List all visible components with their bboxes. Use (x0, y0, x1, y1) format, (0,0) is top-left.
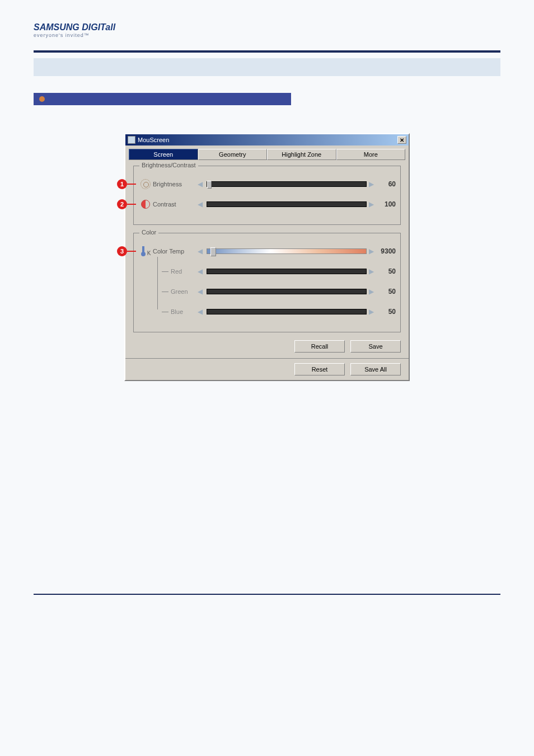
save-all-button[interactable]: Save All (350, 363, 401, 375)
red-slider[interactable] (207, 269, 367, 274)
titlebar: MouScreen ✕ (125, 134, 409, 145)
tab-bar: Screen Geometry Highlight Zone More (125, 149, 409, 160)
brightness-label: Brightness (153, 181, 198, 187)
green-row: Green ◀ ▶ 50 (138, 284, 396, 299)
recall-button[interactable]: Recall (294, 340, 345, 353)
logo-brand: SAMSUNG DIGITall (34, 22, 115, 32)
brightness-slider[interactable] (207, 181, 367, 187)
color-temp-slider[interactable] (207, 248, 367, 254)
red-value: 50 (376, 267, 396, 275)
kelvin-icon: K (147, 250, 151, 256)
tree-branch-blue (162, 312, 168, 312)
color-temp-decrease[interactable]: ◀ (198, 247, 204, 255)
brightness-decrease[interactable]: ◀ (198, 180, 204, 188)
brightness-contrast-group: Brightness/Contrast 1 Brightness ◀ ▶ 60 … (133, 166, 401, 225)
blue-decrease[interactable]: ◀ (198, 308, 204, 316)
contrast-increase[interactable]: ▶ (369, 200, 376, 208)
red-row: Red ◀ ▶ 50 (138, 264, 396, 279)
color-temp-increase[interactable]: ▶ (369, 247, 376, 255)
tab-button-row: Recall Save (133, 340, 401, 353)
group-label-color: Color (139, 229, 158, 236)
green-increase[interactable]: ▶ (369, 288, 376, 295)
marker-line-1 (127, 184, 136, 185)
tree-branch-red (162, 271, 168, 272)
group-label-bc: Brightness/Contrast (139, 162, 198, 168)
logo-area: SAMSUNG DIGITall everyone's invited™ (34, 22, 500, 39)
contrast-icon (141, 200, 150, 209)
brightness-row: 1 Brightness ◀ ▶ 60 (138, 176, 396, 192)
marker-line-2 (127, 204, 136, 205)
color-temp-icon (140, 246, 146, 256)
tab-highlight-zone[interactable]: Highlight Zone (267, 149, 336, 160)
color-temp-row: 3 K Color Temp ◀ ▶ 9300 (138, 243, 396, 259)
color-temp-value: 9300 (376, 247, 396, 255)
brightness-value: 60 (376, 180, 396, 188)
logo-tagline: everyone's invited™ (34, 32, 115, 38)
tree-branch-green (162, 292, 168, 292)
marker-3: 3 (117, 246, 127, 256)
save-button[interactable]: Save (350, 340, 401, 353)
window-icon (128, 136, 135, 144)
green-decrease[interactable]: ◀ (198, 288, 204, 295)
contrast-value: 100 (376, 200, 396, 208)
close-button[interactable]: ✕ (397, 136, 406, 144)
footer-divider (34, 594, 500, 595)
blue-slider[interactable] (207, 309, 367, 314)
header-banner (34, 58, 500, 76)
tab-geometry[interactable]: Geometry (198, 149, 268, 160)
divider (34, 50, 500, 53)
marker-line-3 (127, 251, 136, 252)
window-title: MouScreen (138, 137, 397, 143)
green-slider[interactable] (207, 289, 367, 294)
color-group: Color 3 K Color Temp ◀ ▶ 9300 (133, 233, 401, 332)
blue-row: Blue ◀ ▶ 50 (138, 304, 396, 320)
red-decrease[interactable]: ◀ (198, 267, 204, 275)
blue-value: 50 (376, 308, 396, 316)
tab-screen[interactable]: Screen (129, 149, 198, 160)
section-bar (34, 93, 291, 105)
contrast-label: Contrast (153, 201, 198, 208)
bottom-button-bar: Reset Save All (125, 358, 409, 380)
marker-2: 2 (117, 199, 127, 209)
tab-more[interactable]: More (336, 149, 406, 160)
reset-button[interactable]: Reset (294, 363, 345, 375)
brightness-increase[interactable]: ▶ (369, 180, 376, 188)
green-value: 50 (376, 288, 396, 295)
mouscreen-window: MouScreen ✕ Screen Geometry Highlight Zo… (124, 133, 410, 381)
tab-content: Brightness/Contrast 1 Brightness ◀ ▶ 60 … (125, 160, 409, 358)
bullet-icon (39, 96, 45, 102)
marker-1: 1 (117, 179, 127, 189)
contrast-decrease[interactable]: ◀ (198, 200, 204, 208)
contrast-slider[interactable] (207, 201, 367, 207)
contrast-row: 2 Contrast ◀ ▶ 100 (138, 196, 396, 212)
color-temp-label: Color Temp (153, 248, 198, 255)
brightness-icon (140, 179, 151, 189)
red-increase[interactable]: ▶ (369, 267, 376, 275)
blue-increase[interactable]: ▶ (369, 308, 376, 316)
